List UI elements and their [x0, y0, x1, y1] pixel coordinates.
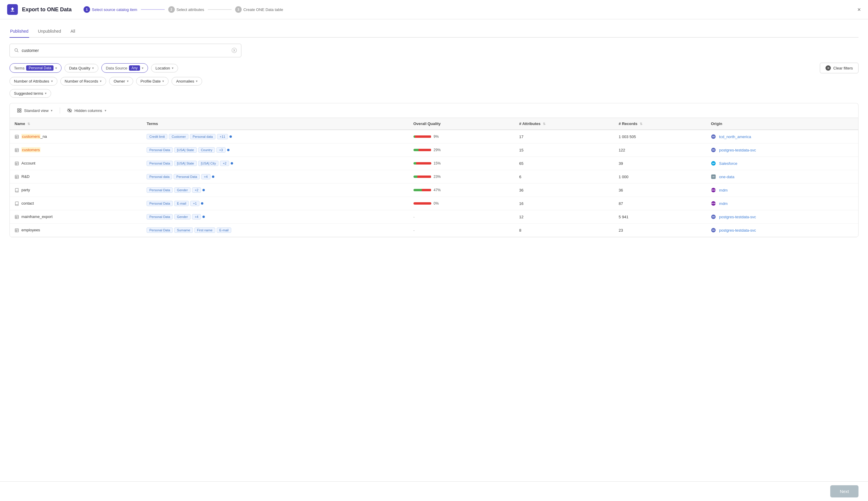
- cell-records: 122: [614, 143, 706, 157]
- table-row[interactable]: R&DPersonal dataPersonal Data+4 23% 61 0…: [10, 170, 858, 183]
- filter-data-quality[interactable]: Data Quality ▾: [64, 64, 98, 73]
- close-button[interactable]: ×: [857, 6, 861, 13]
- cell-name: contact: [10, 197, 142, 210]
- cell-quality: 15%: [409, 157, 514, 170]
- hidden-columns-button[interactable]: Hidden columns ▾: [65, 107, 108, 114]
- cell-records: 1 003 505: [614, 130, 706, 143]
- cell-origin: SF Salesforce: [706, 157, 858, 170]
- standard-view-button[interactable]: Standard view ▾: [14, 107, 55, 114]
- table-row[interactable]: customersPersonal Data[USA] StateCountry…: [10, 143, 858, 157]
- wizard-line-2: [208, 9, 232, 10]
- clear-filters-button[interactable]: ✕ Clear filters: [820, 63, 858, 73]
- svg-text:DB: DB: [712, 216, 715, 218]
- sort-icon[interactable]: ⇅: [640, 122, 642, 126]
- tag: [USA] State: [174, 161, 197, 166]
- cell-terms: Personal Data[USA] State[USA] City+2: [142, 157, 408, 170]
- chevron-down-icon: ▾: [45, 92, 47, 95]
- chevron-down-icon: ▾: [127, 79, 129, 83]
- filter-owner[interactable]: Owner ▾: [109, 77, 133, 86]
- cell-origin: MDM mdm: [706, 197, 858, 210]
- svg-text:DB: DB: [712, 229, 715, 231]
- cell-origin: DB postgres-testdata-svc: [706, 210, 858, 224]
- origin-link[interactable]: DB postgres-testdata-svc: [711, 227, 854, 233]
- tag: Personal Data: [147, 214, 173, 220]
- cell-terms: Personal DataE-mail+1: [142, 197, 408, 210]
- filter-data-source[interactable]: Data Source Any ▾: [101, 63, 148, 73]
- origin-link[interactable]: DB postgres-testdata-svc: [711, 147, 854, 153]
- chevron-down-icon: ▾: [196, 79, 198, 83]
- tag: [USA] City: [198, 161, 219, 166]
- cell-name: mainframe_export: [10, 210, 142, 224]
- svg-rect-26: [15, 175, 19, 179]
- svg-rect-20: [15, 162, 19, 165]
- svg-rect-2: [18, 109, 19, 110]
- origin-link[interactable]: 1D one-data: [711, 174, 854, 179]
- tab-unpublished[interactable]: Unpublished: [38, 26, 62, 38]
- origin-link[interactable]: SF Salesforce: [711, 161, 854, 166]
- app-container: Export to ONE Data 1 Select source catal…: [0, 0, 868, 501]
- tag-more: +11: [217, 134, 228, 139]
- table-row[interactable]: employeesPersonal DataSurnameFirst nameE…: [10, 224, 858, 237]
- wizard-line-1: [141, 9, 165, 10]
- search-clear-button[interactable]: ⓧ: [232, 47, 237, 54]
- tag-more: +2: [220, 161, 229, 166]
- filters-row-1: Terms Personal Data ▾ Data Quality ▾ Dat…: [10, 63, 858, 73]
- filter-number-of-attributes[interactable]: Number of Attributes ▾: [10, 77, 57, 86]
- wizard-steps: 1 Select source catalog item 2 Select at…: [84, 6, 857, 13]
- clear-x-icon: ✕: [826, 65, 831, 71]
- filter-suggested-terms[interactable]: Suggested terms ▾: [10, 89, 51, 98]
- cell-origin: DB postgres-testdata-svc: [706, 224, 858, 237]
- origin-link[interactable]: MDM mdm: [711, 188, 854, 193]
- header: Export to ONE Data 1 Select source catal…: [0, 0, 868, 19]
- tag-dot-icon: [201, 202, 203, 205]
- cell-records: 23: [614, 224, 706, 237]
- tag: E-mail: [217, 227, 231, 233]
- svg-text:1D: 1D: [712, 176, 715, 178]
- cell-records: 1 000: [614, 170, 706, 183]
- chevron-down-icon: ▾: [162, 79, 164, 83]
- cell-attributes: 15: [514, 143, 614, 157]
- tag: Personal Data: [147, 147, 173, 153]
- tag: Customer: [169, 134, 188, 139]
- search-input[interactable]: [22, 48, 232, 53]
- cell-attributes: 65: [514, 157, 614, 170]
- filter-terms[interactable]: Terms Personal Data ▾: [10, 63, 62, 73]
- svg-text:DB: DB: [712, 136, 715, 138]
- svg-rect-42: [15, 229, 19, 232]
- origin-link[interactable]: DB postgres-testdata-svc: [711, 214, 854, 220]
- tab-all[interactable]: All: [70, 26, 76, 38]
- table-row[interactable]: AccountPersonal Data[USA] State[USA] Cit…: [10, 157, 858, 170]
- cell-attributes: 16: [514, 197, 614, 210]
- sort-icon[interactable]: ⇅: [27, 122, 30, 126]
- cell-name: employees: [10, 224, 142, 237]
- origin-link[interactable]: DB tcd_north_america: [711, 134, 854, 139]
- filter-location[interactable]: Location ▾: [151, 64, 178, 73]
- chevron-down-icon: ▾: [142, 66, 144, 70]
- col-terms: Terms: [142, 118, 408, 130]
- svg-text:DB: DB: [712, 149, 715, 151]
- filter-anomalies[interactable]: Anomalies ▾: [171, 77, 202, 86]
- tab-published[interactable]: Published: [10, 26, 29, 38]
- sort-icon[interactable]: ⇅: [543, 122, 545, 126]
- col-name: Name ⇅: [10, 118, 142, 130]
- table-row[interactable]: contactPersonal DataE-mail+1 0% 1687MDM …: [10, 197, 858, 210]
- cell-quality: -: [409, 210, 514, 224]
- chevron-down-icon: ▾: [105, 109, 106, 113]
- cell-terms: Personal DataGender+2: [142, 183, 408, 197]
- svg-line-1: [17, 51, 19, 52]
- filter-number-of-records[interactable]: Number of Records ▾: [60, 77, 106, 86]
- tag: Personal Data: [147, 188, 173, 193]
- table-row[interactable]: mainframe_exportPersonal DataGender+4-12…: [10, 210, 858, 224]
- tag: First name: [195, 227, 215, 233]
- tag: Gender: [174, 188, 190, 193]
- table-row[interactable]: customers_naCredit limitCustomerPersonal…: [10, 130, 858, 143]
- tag-dot-icon: [230, 136, 232, 138]
- cell-records: 87: [614, 197, 706, 210]
- filter-profile-date[interactable]: Profile Date ▾: [136, 77, 169, 86]
- origin-link[interactable]: MDM mdm: [711, 201, 854, 206]
- table-row[interactable]: partyPersonal DataGender+2 47% 3636MDM m…: [10, 183, 858, 197]
- cell-records: 39: [614, 157, 706, 170]
- filters-row-2: Number of Attributes ▾ Number of Records…: [10, 77, 858, 86]
- tag-dot-icon: [227, 149, 230, 151]
- next-button[interactable]: Next: [830, 485, 858, 498]
